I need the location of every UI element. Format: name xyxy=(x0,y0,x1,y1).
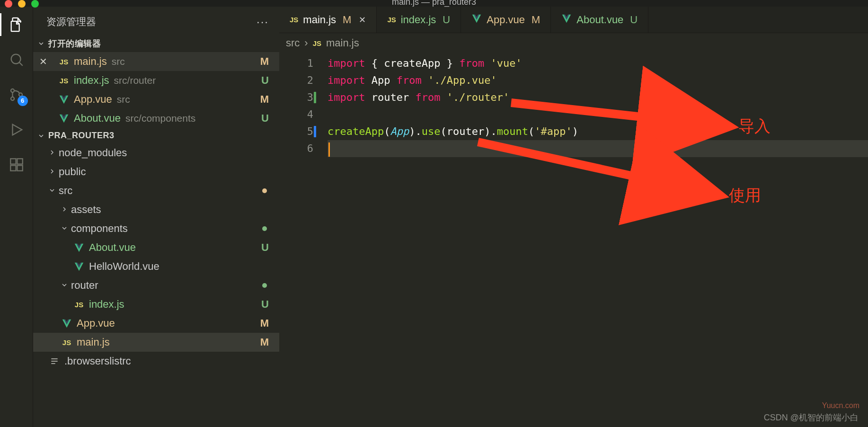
folder-name: src xyxy=(59,185,72,197)
annotation-label-use: 使用 xyxy=(729,185,761,206)
tree-folder[interactable]: router xyxy=(33,276,279,295)
git-status-badge: M xyxy=(531,14,540,26)
sidebar-more-icon[interactable]: ··· xyxy=(257,15,269,28)
code-line[interactable] xyxy=(328,140,868,157)
git-status-badge: M xyxy=(260,93,269,106)
editor-tab[interactable]: JSindex.jsU xyxy=(377,7,461,33)
maximize-window-icon[interactable] xyxy=(31,0,39,8)
git-dot-icon xyxy=(262,226,267,231)
activity-extensions-icon[interactable] xyxy=(8,156,25,173)
tree-folder[interactable]: node_modules xyxy=(33,143,279,162)
gutter-git-mark xyxy=(314,92,316,103)
tree-file[interactable]: .browserslistrc xyxy=(33,352,279,371)
sidebar-title: 资源管理器 xyxy=(46,15,96,28)
activity-run-debug-icon[interactable] xyxy=(8,121,25,138)
git-status-badge: U xyxy=(261,298,269,311)
js-file-icon: JS xyxy=(61,338,73,347)
open-editors-header[interactable]: 打开的编辑器 xyxy=(33,35,279,52)
line-number: 3 xyxy=(279,89,313,106)
svg-rect-7 xyxy=(17,165,22,170)
minimize-window-icon[interactable] xyxy=(18,0,26,8)
js-file-icon: JS xyxy=(387,16,396,24)
breadcrumb[interactable]: src › JS main.js xyxy=(279,33,868,53)
git-status-badge: M xyxy=(343,14,351,26)
open-editor-item[interactable]: App.vuesrcM xyxy=(33,90,279,109)
git-status-badge: M xyxy=(260,317,269,329)
tree-folder[interactable]: src xyxy=(33,181,279,200)
close-icon[interactable]: ✕ xyxy=(359,15,366,25)
scm-badge: 6 xyxy=(18,96,28,106)
svg-rect-5 xyxy=(17,159,22,164)
code-line[interactable]: createApp(App).use(router).mount('#app') xyxy=(328,123,868,140)
js-file-icon: JS xyxy=(313,39,321,47)
folder-name: public xyxy=(59,166,86,178)
activity-source-control-icon[interactable]: 6 xyxy=(8,86,25,103)
tree-file[interactable]: HelloWorld.vue xyxy=(33,257,279,276)
project-name: PRA_ROUTER3 xyxy=(48,131,115,141)
editor-tab[interactable]: App.vueM xyxy=(461,7,551,33)
line-number: 1 xyxy=(279,55,313,72)
chevron-down-icon xyxy=(61,222,68,235)
open-editor-item[interactable]: About.vuesrc/componentsU xyxy=(33,109,279,128)
git-status-badge: U xyxy=(443,14,450,26)
js-file-icon: JS xyxy=(73,301,85,309)
open-editors-list: ✕JSmain.jssrcMJSindex.jssrc/routerUApp.v… xyxy=(33,52,279,128)
file-path: src xyxy=(112,56,125,67)
tree-folder[interactable]: assets xyxy=(33,200,279,219)
close-icon[interactable]: ✕ xyxy=(33,56,53,67)
editor-tabs: JSmain.jsM✕JSindex.jsUApp.vueMAbout.vueU xyxy=(279,7,868,33)
git-status-badge: U xyxy=(261,74,269,87)
tree-file[interactable]: JSmain.jsM xyxy=(33,333,279,352)
vue-file-icon xyxy=(58,94,70,105)
code-line[interactable]: import App from './App.vue' xyxy=(328,72,868,89)
file-name: App.vue xyxy=(77,317,115,329)
text-caret xyxy=(328,142,330,157)
code-line[interactable]: import router from './router' xyxy=(328,89,868,106)
line-number: 6 xyxy=(279,140,313,157)
code-line[interactable]: import { createApp } from 'vue' xyxy=(328,55,868,72)
code-line[interactable] xyxy=(328,106,868,123)
explorer-sidebar: 资源管理器 ··· 打开的编辑器 ✕JSmain.jssrcMJSindex.j… xyxy=(33,7,279,427)
tree-folder[interactable]: components xyxy=(33,219,279,238)
vue-file-icon xyxy=(471,13,482,27)
file-name: About.vue xyxy=(89,241,136,254)
tree-file[interactable]: App.vueM xyxy=(33,314,279,333)
chevron-right-icon xyxy=(48,166,56,178)
git-status-badge: M xyxy=(260,336,269,348)
tree-file[interactable]: JSindex.jsU xyxy=(33,295,279,314)
vue-file-icon xyxy=(561,13,572,27)
editor-area: JSmain.jsM✕JSindex.jsUApp.vueMAbout.vueU… xyxy=(279,7,868,427)
file-name: HelloWorld.vue xyxy=(89,260,159,273)
vue-file-icon xyxy=(73,261,85,272)
open-editor-item[interactable]: JSindex.jssrc/routerU xyxy=(33,71,279,90)
code-content[interactable]: import { createApp } from 'vue'import Ap… xyxy=(322,53,868,427)
window-controls xyxy=(5,0,39,8)
open-editor-item[interactable]: ✕JSmain.jssrcM xyxy=(33,52,279,71)
vue-file-icon xyxy=(58,113,70,124)
editor-tab[interactable]: JSmain.jsM✕ xyxy=(279,7,377,33)
tree-folder[interactable]: public xyxy=(33,162,279,181)
tab-name: main.js xyxy=(303,14,336,26)
js-file-icon: JS xyxy=(58,58,70,66)
tab-name: index.js xyxy=(401,14,436,26)
titlebar: main.js — pra_router3 xyxy=(0,0,868,7)
activity-search-icon[interactable] xyxy=(8,51,25,68)
svg-point-2 xyxy=(10,97,14,100)
activity-explorer-icon[interactable] xyxy=(8,16,25,33)
file-path: src/components xyxy=(125,113,195,124)
code-area[interactable]: 123456 import { createApp } from 'vue'im… xyxy=(279,53,868,427)
svg-point-0 xyxy=(11,54,20,64)
open-editors-label: 打开的编辑器 xyxy=(48,38,101,49)
footer-credit: CSDN @机智的前端小白 xyxy=(764,412,859,423)
file-name: main.js xyxy=(77,336,110,348)
file-name: main.js xyxy=(74,55,107,68)
tree-file[interactable]: About.vueU xyxy=(33,238,279,257)
breadcrumb-segment[interactable]: src xyxy=(286,37,300,49)
project-header[interactable]: PRA_ROUTER3 xyxy=(33,128,279,143)
editor-tab[interactable]: About.vueU xyxy=(551,7,648,33)
file-path: src/router xyxy=(114,75,156,86)
chevron-right-icon xyxy=(48,147,56,159)
close-window-icon[interactable] xyxy=(5,0,12,8)
breadcrumb-segment[interactable]: main.js xyxy=(326,37,359,49)
svg-rect-4 xyxy=(10,159,16,164)
